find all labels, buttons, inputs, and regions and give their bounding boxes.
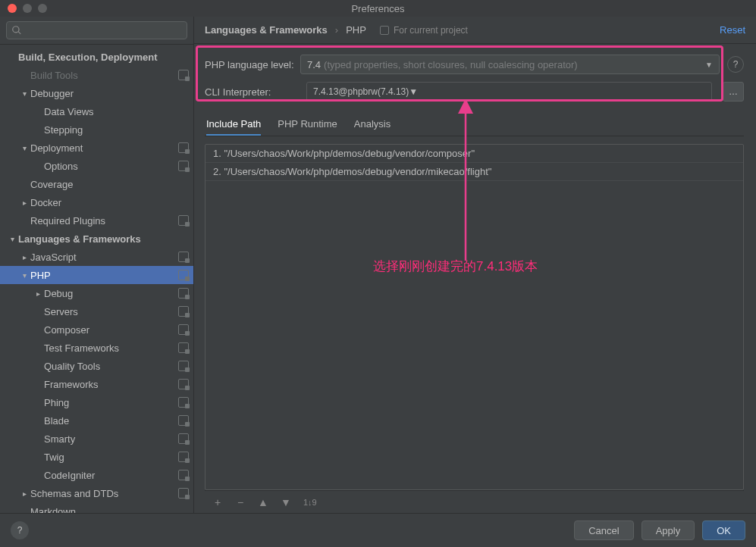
sidebar-item[interactable]: Quality Tools xyxy=(0,357,193,375)
tab-include-path[interactable]: Include Path xyxy=(206,114,261,136)
project-scope-icon xyxy=(178,433,189,444)
sidebar-item-label: Languages & Frameworks xyxy=(18,233,189,245)
chevron-right-icon: ▸ xyxy=(20,253,29,261)
move-up-icon[interactable]: ▲ xyxy=(258,497,268,508)
sidebar-item[interactable]: ▸Docker xyxy=(0,193,193,211)
sidebar-item[interactable]: ▸JavaScript xyxy=(0,248,193,266)
sidebar: Build, Execution, DeploymentBuild Tools▾… xyxy=(0,17,194,513)
tab-analysis[interactable]: Analysis xyxy=(354,114,391,136)
sidebar-item-label: Quality Tools xyxy=(44,361,175,372)
sidebar-item[interactable]: Build, Execution, Deployment xyxy=(0,48,193,66)
sidebar-item[interactable]: ▾Languages & Frameworks xyxy=(0,230,193,248)
cli-interpreter-select[interactable]: 7.4.13@phpbrw (7.4.13) ▼ xyxy=(306,82,712,102)
project-scope-icon xyxy=(178,379,189,389)
cli-select-wrap: 7.4.13@phpbrw (7.4.13) ▼ xyxy=(300,82,718,102)
cli-interpreter-value: 7.4.13@phpbrw xyxy=(313,86,378,97)
sort-icon[interactable]: 1↓9 xyxy=(303,498,317,507)
sidebar-item[interactable]: ▸Schemas and DTDs xyxy=(0,484,193,502)
include-path-toolbar: + − ▲ ▼ 1↓9 xyxy=(205,490,744,513)
sidebar-item-label: JavaScript xyxy=(30,252,175,263)
list-item[interactable]: 1. "/Users/chaos/Work/php/demos/debug/ve… xyxy=(205,145,743,163)
project-scope-icon xyxy=(178,70,189,80)
cli-interpreter-label: CLI Interpreter: xyxy=(205,86,300,98)
cancel-button[interactable]: Cancel xyxy=(574,520,633,540)
cli-interpreter-browse-button[interactable]: … xyxy=(723,82,744,102)
project-scope-icon xyxy=(178,488,189,499)
sidebar-item[interactable]: Coverage xyxy=(0,175,193,193)
sidebar-item[interactable]: Smarty xyxy=(0,430,193,448)
project-scope-icon xyxy=(178,288,189,299)
sidebar-item[interactable]: Markdown xyxy=(0,502,193,513)
project-scope-icon xyxy=(178,452,189,462)
footer-help-button[interactable]: ? xyxy=(11,521,29,539)
sidebar-item[interactable]: Stepping xyxy=(0,120,193,139)
sidebar-item-label: Frameworks xyxy=(44,379,175,390)
sidebar-item-label: Stepping xyxy=(44,124,189,136)
sidebar-item[interactable]: Options xyxy=(0,157,193,175)
sidebar-item[interactable]: ▾Deployment xyxy=(0,139,193,157)
sidebar-item-label: Smarty xyxy=(44,433,175,445)
sidebar-item[interactable]: Required Plugins xyxy=(0,211,193,230)
sidebar-item[interactable]: Data Views xyxy=(0,102,193,120)
for-current-project-label: For current project xyxy=(394,25,468,36)
sidebar-item-label: Options xyxy=(44,161,175,172)
sidebar-item[interactable]: Twig xyxy=(0,448,193,466)
sidebar-item-label: Debugger xyxy=(30,88,189,99)
ok-button[interactable]: OK xyxy=(702,520,745,540)
sidebar-item[interactable]: Frameworks xyxy=(0,375,193,393)
chevron-right-icon: ▸ xyxy=(20,198,29,207)
sidebar-item[interactable]: ▸Debug xyxy=(0,284,193,302)
help-icon[interactable]: ? xyxy=(727,56,744,73)
project-scope-icon xyxy=(178,342,189,353)
reset-link[interactable]: Reset xyxy=(720,24,745,36)
search-input[interactable] xyxy=(6,21,187,39)
chevron-right-icon: › xyxy=(335,24,338,36)
php-language-level-row: PHP language level: 7.4 (typed propertie… xyxy=(205,55,744,74)
titlebar: Preferences xyxy=(0,0,756,17)
sidebar-item-label: Required Plugins xyxy=(30,215,175,227)
breadcrumb-root[interactable]: Languages & Frameworks xyxy=(205,24,328,36)
include-path-list: 1. "/Users/chaos/Work/php/demos/debug/ve… xyxy=(205,144,744,490)
content-pane: Languages & Frameworks › PHP For current… xyxy=(194,17,756,513)
php-language-level-select[interactable]: 7.4 (typed properties, short closures, n… xyxy=(300,55,720,74)
breadcrumb-current: PHP xyxy=(346,24,366,36)
sidebar-item[interactable]: Test Frameworks xyxy=(0,339,193,357)
remove-icon[interactable]: − xyxy=(235,497,246,508)
content-body: PHP language level: 7.4 (typed propertie… xyxy=(194,44,756,513)
sidebar-item-label: Build Tools xyxy=(30,70,175,81)
chevron-down-icon: ▾ xyxy=(20,144,29,152)
sidebar-item-label: Twig xyxy=(44,452,175,463)
sidebar-item-label: Schemas and DTDs xyxy=(30,488,175,499)
sidebar-item[interactable]: Phing xyxy=(0,393,193,411)
chevron-down-icon: ▾ xyxy=(8,235,17,243)
sidebar-item[interactable]: ▾Debugger xyxy=(0,84,193,102)
sidebar-item-label: Debug xyxy=(44,288,175,299)
sidebar-item[interactable]: Servers xyxy=(0,302,193,320)
sidebar-item-label: Build, Execution, Deployment xyxy=(18,52,189,63)
tab-php-runtime[interactable]: PHP Runtime xyxy=(278,114,337,136)
add-icon[interactable]: + xyxy=(212,497,223,508)
window-title: Preferences xyxy=(0,3,756,14)
apply-button[interactable]: Apply xyxy=(642,520,695,540)
settings-tree[interactable]: Build, Execution, DeploymentBuild Tools▾… xyxy=(0,45,193,513)
php-language-level-value: 7.4 xyxy=(307,59,321,70)
project-scope-icon xyxy=(178,306,189,317)
sidebar-item-label: Composer xyxy=(44,324,175,336)
php-language-level-hint: (typed properties, short closures, null … xyxy=(324,59,578,70)
cli-interpreter-row: CLI Interpreter: 7.4.13@phpbrw (7.4.13) … xyxy=(205,82,744,102)
list-empty-area xyxy=(205,181,743,489)
chevron-down-icon: ▼ xyxy=(705,61,713,69)
php-language-level-label: PHP language level: xyxy=(205,59,300,70)
sidebar-item-label: Data Views xyxy=(44,106,189,117)
for-current-project: For current project xyxy=(380,25,468,36)
sidebar-item[interactable]: Blade xyxy=(0,411,193,430)
sidebar-item-label: Blade xyxy=(44,415,175,427)
move-down-icon[interactable]: ▼ xyxy=(281,497,291,508)
sidebar-item[interactable]: CodeIgniter xyxy=(0,466,193,484)
list-item[interactable]: 2. "/Users/chaos/Work/php/demos/debug/ve… xyxy=(205,163,743,181)
sidebar-item[interactable]: Composer xyxy=(0,320,193,339)
project-scope-icon xyxy=(178,142,189,153)
content-header: Languages & Frameworks › PHP For current… xyxy=(194,17,756,44)
sidebar-item[interactable]: ▾PHP xyxy=(0,266,193,284)
sidebar-item[interactable]: Build Tools xyxy=(0,66,193,84)
